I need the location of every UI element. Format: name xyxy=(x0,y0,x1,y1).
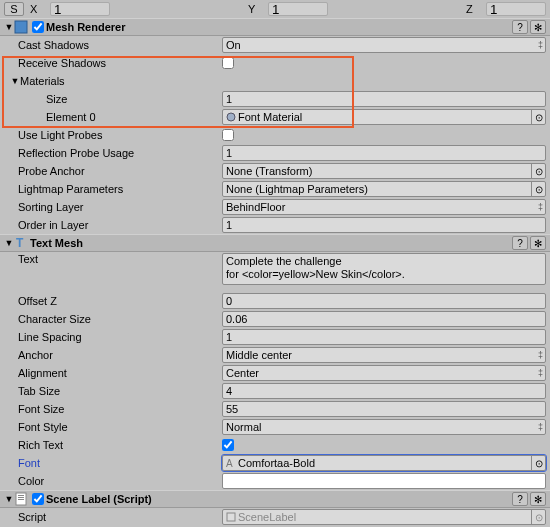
csharp-icon xyxy=(226,512,236,522)
probe-anchor-field[interactable]: None (Transform)⊙ xyxy=(222,163,546,179)
cast-shadows-dropdown[interactable]: On‡ xyxy=(222,37,546,53)
rich-text-checkbox[interactable] xyxy=(222,439,234,451)
color-label: Color xyxy=(4,475,222,487)
foldout-icon[interactable]: ▼ xyxy=(4,494,14,504)
font-label: Font xyxy=(4,457,222,469)
foldout-icon[interactable]: ▼ xyxy=(4,238,14,248)
svg-rect-6 xyxy=(18,497,24,498)
tab-size-input[interactable] xyxy=(222,383,546,399)
use-light-probes-checkbox[interactable] xyxy=(222,129,234,141)
mesh-renderer-title: Mesh Renderer xyxy=(46,21,510,33)
scale-y-label: Y xyxy=(248,3,262,15)
line-spacing-input[interactable] xyxy=(222,329,546,345)
materials-element0-label: Element 0 xyxy=(4,111,222,123)
component-menu-button[interactable]: ✻ xyxy=(530,20,546,34)
offset-z-label: Offset Z xyxy=(4,295,222,307)
lightmap-parameters-label: Lightmap Parameters xyxy=(4,183,222,195)
materials-foldout-icon[interactable]: ▼ xyxy=(10,76,20,86)
font-size-input[interactable] xyxy=(222,401,546,417)
use-light-probes-label: Use Light Probes xyxy=(4,129,222,141)
scene-label-title: Scene Label (Script) xyxy=(46,493,510,505)
scale-z-label: Z xyxy=(466,3,480,15)
character-size-label: Character Size xyxy=(4,313,222,325)
svg-rect-8 xyxy=(227,513,235,521)
scene-label-enable-checkbox[interactable] xyxy=(32,493,44,505)
anchor-dropdown[interactable]: Middle center‡ xyxy=(222,347,546,363)
help-button[interactable]: ? xyxy=(512,492,528,506)
scale-x-label: X xyxy=(30,3,44,15)
chevron-down-icon: ‡ xyxy=(538,368,543,378)
scale-button[interactable]: S xyxy=(4,2,24,16)
reflection-probe-usage-input[interactable] xyxy=(222,145,546,161)
material-icon xyxy=(226,112,236,122)
font-icon: A xyxy=(226,458,236,468)
object-picker-icon[interactable]: ⊙ xyxy=(531,456,545,470)
font-style-dropdown[interactable]: Normal‡ xyxy=(222,419,546,435)
lightmap-parameters-field[interactable]: None (Lightmap Parameters)⊙ xyxy=(222,181,546,197)
object-picker-icon[interactable]: ⊙ xyxy=(531,110,545,124)
scale-y-input[interactable] xyxy=(268,2,328,16)
svg-text:A: A xyxy=(226,458,233,468)
materials-size-input[interactable] xyxy=(222,91,546,107)
alignment-dropdown[interactable]: Center‡ xyxy=(222,365,546,381)
script-icon xyxy=(14,492,28,506)
mesh-renderer-icon xyxy=(14,20,28,34)
order-in-layer-input[interactable] xyxy=(222,217,546,233)
transform-scale-row: S X Y Z xyxy=(0,0,550,18)
font-size-label: Font Size xyxy=(4,403,222,415)
color-field[interactable] xyxy=(222,473,546,489)
font-field[interactable]: AComfortaa-Bold ⊙ xyxy=(222,455,546,471)
rich-text-label: Rich Text xyxy=(4,439,222,451)
mesh-renderer-header[interactable]: ▼ Mesh Renderer ? ✻ xyxy=(0,18,550,36)
svg-rect-0 xyxy=(15,21,27,33)
script-field[interactable]: SceneLabel ⊙ xyxy=(222,509,546,525)
chevron-down-icon: ‡ xyxy=(538,350,543,360)
font-style-label: Font Style xyxy=(4,421,222,433)
help-button[interactable]: ? xyxy=(512,20,528,34)
text-mesh-title: Text Mesh xyxy=(30,237,510,249)
svg-rect-7 xyxy=(18,499,24,500)
svg-text:T: T xyxy=(16,236,24,250)
chevron-down-icon: ‡ xyxy=(538,202,543,212)
object-picker-icon[interactable]: ⊙ xyxy=(531,164,545,178)
script-label: Script xyxy=(4,511,222,523)
object-picker-icon[interactable]: ⊙ xyxy=(531,510,545,524)
scale-x-input[interactable] xyxy=(50,2,110,16)
tab-size-label: Tab Size xyxy=(4,385,222,397)
svg-point-1 xyxy=(227,113,235,121)
chevron-down-icon: ‡ xyxy=(538,40,543,50)
text-input[interactable]: Complete the challenge for <color=yellow… xyxy=(222,253,546,285)
object-picker-icon[interactable]: ⊙ xyxy=(531,182,545,196)
mesh-renderer-enable-checkbox[interactable] xyxy=(32,21,44,33)
scale-z-input[interactable] xyxy=(486,2,546,16)
foldout-icon[interactable]: ▼ xyxy=(4,22,14,32)
help-button[interactable]: ? xyxy=(512,236,528,250)
inspector-panel: { "top": { "btn": "S", "xl": "X", "xv": … xyxy=(0,0,550,526)
receive-shadows-checkbox[interactable] xyxy=(222,57,234,69)
scene-label-header[interactable]: ▼ Scene Label (Script) ? ✻ xyxy=(0,490,550,508)
cast-shadows-label: Cast Shadows xyxy=(4,39,222,51)
materials-label: Materials xyxy=(20,75,65,87)
component-menu-button[interactable]: ✻ xyxy=(530,236,546,250)
probe-anchor-label: Probe Anchor xyxy=(4,165,222,177)
text-label: Text xyxy=(4,253,222,265)
sorting-layer-dropdown[interactable]: BehindFloor‡ xyxy=(222,199,546,215)
sorting-layer-label: Sorting Layer xyxy=(4,201,222,213)
character-size-input[interactable] xyxy=(222,311,546,327)
chevron-down-icon: ‡ xyxy=(538,422,543,432)
component-menu-button[interactable]: ✻ xyxy=(530,492,546,506)
text-mesh-icon: T xyxy=(14,236,28,250)
anchor-label: Anchor xyxy=(4,349,222,361)
svg-rect-5 xyxy=(18,495,24,496)
materials-element0-field[interactable]: Font Material ⊙ xyxy=(222,109,546,125)
offset-z-input[interactable] xyxy=(222,293,546,309)
alignment-label: Alignment xyxy=(4,367,222,379)
reflection-probe-usage-label: Reflection Probe Usage xyxy=(4,147,222,159)
order-in-layer-label: Order in Layer xyxy=(4,219,222,231)
text-mesh-header[interactable]: ▼ T Text Mesh ? ✻ xyxy=(0,234,550,252)
materials-size-label: Size xyxy=(4,93,222,105)
line-spacing-label: Line Spacing xyxy=(4,331,222,343)
receive-shadows-label: Receive Shadows xyxy=(4,57,222,69)
